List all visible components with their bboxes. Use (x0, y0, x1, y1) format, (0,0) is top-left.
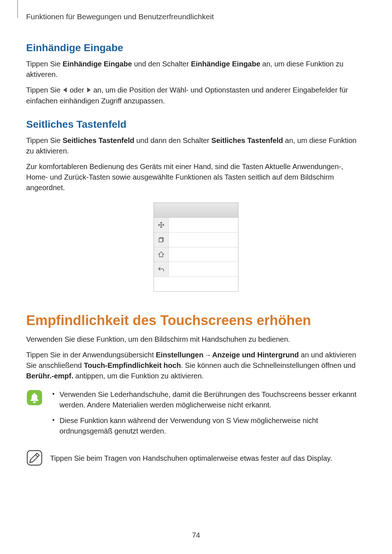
device-row (154, 247, 238, 262)
bold-text: Einstellungen (156, 351, 203, 359)
bold-text: Einhändige Eingabe (191, 60, 260, 68)
figure-side-key-panel (26, 202, 366, 292)
note-block-tip: Tippen Sie beim Tragen von Handschuhen o… (26, 450, 366, 469)
device-row (154, 218, 238, 233)
paragraph: Verwenden Sie diese Funktion, um den Bil… (26, 334, 366, 345)
text: Tippen Sie in der Anwendungsübersicht (26, 351, 156, 359)
bold-text: Anzeige und Hintergrund (212, 351, 299, 359)
device-row (154, 233, 238, 247)
device-row (154, 277, 238, 291)
text: Tippen Sie (26, 136, 62, 144)
bold-text: Seitliches Tastenfeld (62, 136, 134, 144)
svg-marker-5 (159, 252, 164, 257)
text: oder (68, 86, 86, 94)
text: Tippen Sie (26, 86, 62, 94)
device-row (154, 262, 238, 277)
text: und den Schalter (132, 60, 191, 68)
recent-apps-icon (154, 233, 169, 247)
paragraph: Tippen Sie Seitliches Tastenfeld und dan… (26, 135, 366, 156)
bullet-list: Verwenden Sie Lederhandschuhe, damit die… (50, 389, 366, 436)
home-icon (154, 247, 169, 262)
arrow-right-icon: → (204, 350, 211, 360)
device-blank (154, 277, 238, 291)
text: Tippen Sie (26, 60, 62, 68)
bold-text: Seitliches Tastenfeld (211, 136, 283, 144)
note-body: Verwenden Sie Lederhandschuhe, damit die… (50, 389, 366, 442)
note-block-warning: Verwenden Sie Lederhandschuhe, damit die… (26, 389, 366, 442)
device-blank (169, 262, 238, 276)
page-container: Funktionen für Bewegungen und Benutzerfr… (0, 0, 392, 554)
svg-marker-0 (63, 87, 67, 93)
note-icon (26, 450, 43, 466)
device-blank (169, 233, 238, 247)
page-number: 74 (0, 531, 392, 539)
triangle-right-icon (86, 85, 91, 96)
triangle-left-icon (62, 85, 68, 96)
svg-rect-4 (159, 238, 163, 242)
text: . Sie können auch die Schnelleinstellung… (181, 361, 355, 369)
paragraph: Tippen Sie in der Anwendungsübersicht Ei… (26, 350, 366, 381)
bold-text: Touch-Empfindlichkeit hoch (84, 361, 181, 369)
heading-seitliches-tastenfeld: Seitliches Tastenfeld (26, 119, 366, 130)
device-blank (169, 218, 238, 232)
breadcrumb: Funktionen für Bewegungen und Benutzerfr… (26, 12, 366, 21)
text: und dann den Schalter (134, 136, 211, 144)
device-statusbar (154, 203, 238, 218)
note-body: Tippen Sie beim Tragen von Handschuhen o… (50, 450, 366, 469)
list-item: Verwenden Sie Lederhandschuhe, damit die… (50, 389, 366, 410)
text: antippen, um die Funktion zu aktivieren. (73, 372, 204, 380)
device-mockup (154, 202, 238, 292)
bold-text: Berühr.-empf. (26, 372, 73, 380)
paragraph: Zur komfortableren Bedienung des Geräts … (26, 161, 366, 193)
paragraph: Tippen Sie beim Tragen von Handschuhen o… (50, 453, 366, 464)
heading-touch-sensitivity: Empfindlichkeit des Touchscreens erhöhen (26, 313, 366, 328)
side-rule (17, 0, 18, 18)
svg-rect-7 (27, 451, 42, 465)
svg-marker-1 (87, 87, 91, 93)
bold-text: Einhändige Eingabe (62, 60, 132, 68)
move-icon (154, 218, 169, 232)
svg-line-8 (36, 455, 38, 457)
bell-icon (26, 389, 43, 406)
list-item: Diese Funktion kann während der Verwendu… (50, 415, 366, 436)
paragraph: Tippen Sie Einhändige Eingabe und den Sc… (26, 59, 366, 80)
paragraph: Tippen Sie oder an, um die Position der … (26, 85, 366, 106)
back-icon (154, 262, 169, 276)
heading-einhaendige-eingabe: Einhändige Eingabe (26, 42, 366, 54)
device-blank (169, 247, 238, 262)
